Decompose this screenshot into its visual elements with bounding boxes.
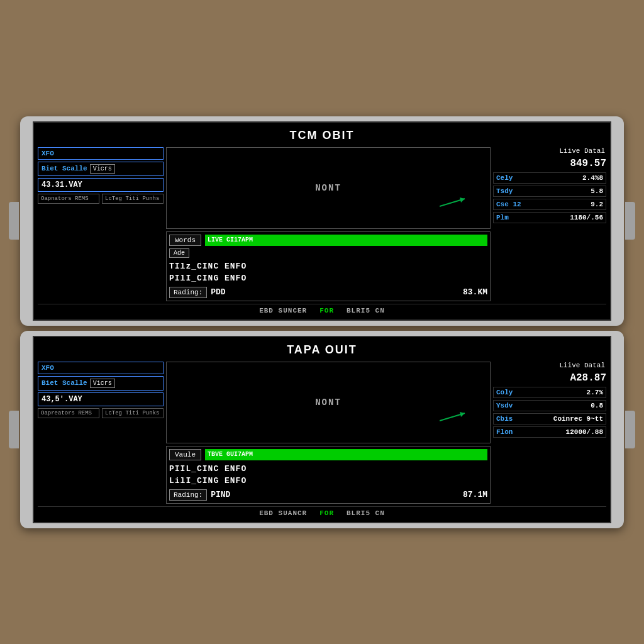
live-data-main-2: A28.87 — [493, 371, 606, 385]
device-2: TAPA OUIT XFO Biet Scalle Vicrs 43,5'.VA… — [20, 331, 624, 528]
bet-scale-row-2: Biet Scalle Vicrs — [42, 379, 160, 388]
live-label-2-0: Coly — [496, 389, 513, 396]
reading-row-2: Rading: PIND 87.1M — [169, 489, 487, 501]
screen-2: TAPA OUIT XFO Biet Scalle Vicrs 43,5'.VA… — [33, 336, 611, 523]
vicrs-box-2: Vicrs — [90, 379, 115, 388]
live-label-1-2: Cse 12 — [496, 201, 521, 208]
sub-box-2b: LcTeg Titi Punks — [102, 408, 164, 418]
info-section-2: Vaule TBVE GUI7APM PIIL_CINC ENFO LilI_C… — [166, 446, 491, 504]
bottom-bar-2: EBD SUANCR FOR BLRI5 CN — [38, 506, 606, 518]
value-box-1: 43.31.VAY — [38, 178, 164, 192]
value-2: 43,5'.VAY — [42, 395, 160, 404]
green-bar-text-2: TBVE GUI7APM — [208, 451, 253, 458]
live-data-main-1: 849.57 — [493, 157, 606, 170]
reading-km-1: 83.KM — [463, 287, 487, 297]
ade-btn-1[interactable]: Ade — [169, 248, 189, 258]
screen-2-title: TAPA OUIT — [38, 341, 606, 359]
radar-label-2: NONT — [315, 397, 341, 408]
live-value-1-0: 2.4%8 — [582, 174, 603, 182]
reading-km-2: 87.1M — [463, 490, 487, 499]
bet-scale-label-1: Biet Scalle — [42, 165, 87, 172]
words-row-2: Vaule TBVE GUI7APM — [169, 449, 487, 460]
bottom-item-1-2: BLRI5 CN — [347, 307, 385, 314]
reading-label-2: Rading: — [169, 489, 207, 501]
live-data-title-2: Liive Datal — [493, 362, 606, 369]
sub-box-1b: LcTeg Titi Punhs — [102, 194, 164, 204]
live-row-1-1: Tsdy 5.8 — [493, 186, 606, 197]
sub-row-1: Oapnators REMS LcTeg Titi Punhs — [38, 194, 164, 204]
bottom-item-2-1: FOR — [319, 509, 334, 517]
words-btn-1[interactable]: Words — [169, 235, 201, 246]
info-line-2a: PIIL_CINC ENFO — [169, 463, 487, 475]
bottom-item-2-2: BLRI5 CN — [347, 509, 385, 517]
screen-1-title: TCM OBIT — [38, 126, 606, 145]
live-value-2-1: 0.8 — [591, 402, 603, 409]
live-value-2-2: Coinrec 9~tt — [553, 415, 603, 423]
green-bar-1: LIVE CI17APM — [205, 235, 487, 246]
live-row-2-0: Coly 2.7% — [493, 387, 606, 398]
green-bar-2: TBVE GUI7APM — [205, 449, 487, 460]
live-row-2-1: Ysdv 0.8 — [493, 400, 606, 411]
live-value-2-3: 12000/.88 — [566, 428, 603, 436]
bottom-bar-1: EBD SUNCER FOR BLRI5 CN — [38, 304, 606, 316]
live-label-2-3: Flon — [496, 428, 513, 436]
live-label-1-0: Cely — [496, 174, 513, 182]
info-line-1b: PIlI_CING ENFO — [169, 272, 487, 284]
bet-scale-box-2: Biet Scalle Vicrs — [38, 376, 164, 391]
reading-row-1: Rading: PDD 83.KM — [169, 287, 487, 298]
reading-label-1: Rading: — [169, 287, 207, 298]
bet-scale-label-2: Biet Scalle — [42, 379, 87, 387]
screen-1: TCM OBIT XFO Biet Scalle Vicrs 43.31.VAY — [33, 121, 611, 321]
live-row-1-0: Cely 2.4%8 — [493, 172, 606, 184]
xfo-box-1: XFO — [38, 147, 164, 160]
xfo-label-1: XFO — [42, 150, 160, 157]
live-value-2-0: 2.7% — [587, 389, 603, 396]
info-line-2b: LilI_CING ENFO — [169, 475, 487, 487]
words-row-1: Words LIVE CI17APM — [169, 235, 487, 246]
radar-arrow-1 — [440, 194, 471, 216]
xfo-label-2: XFO — [42, 364, 160, 372]
live-label-2-2: Cbis — [496, 415, 513, 423]
reading-value-1: PDD — [211, 287, 459, 297]
xfo-box-2: XFO — [38, 362, 164, 374]
sub-box-1a: Oapnators REMS — [38, 194, 99, 204]
bet-scale-row-1: Biet Scalle Vicrs — [42, 164, 160, 174]
live-label-1-3: Plm — [496, 214, 509, 221]
bet-scale-box-1: Biet Scalle Vicrs — [38, 162, 164, 176]
arrow-icon-2 — [440, 408, 471, 427]
info-line-1a: TIlz_CINC ENFO — [169, 260, 487, 272]
bottom-item-1-1: FOR — [319, 307, 334, 314]
live-label-2-1: Ysdv — [496, 402, 513, 409]
live-value-1-3: 1180/.56 — [570, 214, 603, 221]
svg-marker-1 — [460, 197, 465, 203]
live-row-2-2: Cbis Coinrec 9~tt — [493, 413, 606, 425]
reading-value-2: PIND — [211, 490, 459, 499]
bottom-item-1-0: EBD SUNCER — [259, 307, 307, 314]
live-row-1-2: Cse 12 9.2 — [493, 199, 606, 210]
right-panel-2: Liive Datal A28.87 Coly 2.7% Ysdv 0.8 Cb… — [493, 362, 606, 504]
live-row-2-3: Flon 12000/.88 — [493, 426, 606, 438]
svg-marker-3 — [460, 412, 465, 417]
sub-box-2a: Oapreators REMS — [38, 408, 99, 418]
device-1: TCM OBIT XFO Biet Scalle Vicrs 43.31.VAY — [20, 116, 624, 326]
live-value-1-2: 9.2 — [591, 201, 603, 208]
live-value-1-1: 5.8 — [591, 187, 603, 195]
right-panel-1: Liive Datal 849.57 Cely 2.4%8 Tsdy 5.8 C… — [493, 147, 606, 301]
middle-panel-2: NONT Vaule TBVE GUI7APM — [166, 362, 491, 504]
bottom-item-2-0: EBD SUANCR — [259, 509, 307, 517]
radar-box-1: NONT — [166, 147, 491, 229]
live-row-1-3: Plm 1180/.56 — [493, 212, 606, 223]
screen-1-body: XFO Biet Scalle Vicrs 43.31.VAY Oapnator… — [38, 145, 606, 304]
radar-label-1: NONT — [315, 183, 341, 193]
info-section-1: Words LIVE CI17APM Ade TIlz_CINC ENFO PI… — [166, 231, 491, 301]
radar-arrow-2 — [440, 408, 471, 430]
arrow-icon-1 — [440, 194, 471, 213]
words-btn-2[interactable]: Vaule — [169, 449, 201, 460]
live-label-1-1: Tsdy — [496, 187, 513, 195]
radar-box-2: NONT — [166, 362, 491, 443]
sub-row-2: Oapreators REMS LcTeg Titi Punks — [38, 408, 164, 418]
screen-2-body: XFO Biet Scalle Vicrs 43,5'.VAY Oapreato… — [38, 359, 606, 506]
vicrs-box-1: Vicrs — [90, 164, 115, 174]
left-panel-2: XFO Biet Scalle Vicrs 43,5'.VAY Oapreato… — [38, 362, 164, 504]
value-box-2: 43,5'.VAY — [38, 392, 164, 406]
